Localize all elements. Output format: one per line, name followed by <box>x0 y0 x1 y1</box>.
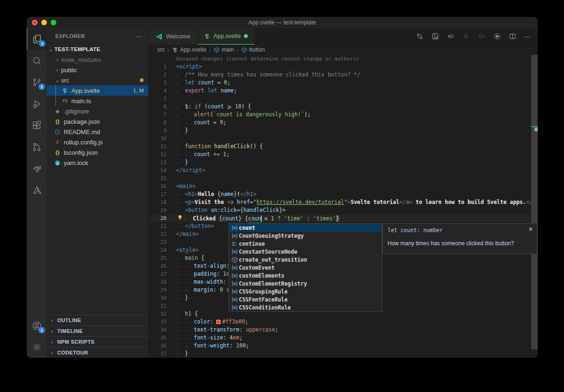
code-line-3[interactable]: 3→let count = 0; <box>149 79 538 87</box>
tree-item-public[interactable]: ›public <box>47 65 148 75</box>
tree-item-rollup-config-js[interactable]: rrollup.config.js <box>47 137 148 147</box>
breadcrumb-item-app-svelte[interactable]: App.svelte <box>172 46 206 53</box>
code-line-8[interactable]: 8→→count = 9; <box>149 119 538 127</box>
suggest-item-count[interactable]: count <box>229 224 382 232</box>
run-file-icon[interactable] <box>493 32 501 40</box>
code-line-7[interactable]: 7→→alert(`count is dangerously high!`); <box>149 111 538 119</box>
section-timeline[interactable]: ›TIMELINE <box>47 325 148 336</box>
suggest-item-cssconditionrule[interactable]: CSSConditionRule <box>229 303 382 311</box>
tree-item-node-modules[interactable]: ›node_modules <box>47 54 148 65</box>
nav-forward-icon[interactable] <box>478 32 486 40</box>
suggest-item-customevent[interactable]: CustomEvent <box>229 264 382 271</box>
search-icon[interactable] <box>27 50 47 71</box>
code-line-12[interactable]: 12→→count += 1; <box>149 151 538 158</box>
symbol-variable-icon <box>230 233 239 239</box>
more-actions-icon[interactable]: ⋯ <box>136 32 143 40</box>
activity-bar: 111 <box>27 28 47 358</box>
ts-file-icon: TS <box>61 98 69 103</box>
suggest-item-constantsourcenode[interactable]: ConstantSourceNode <box>229 248 382 256</box>
source-control-icon[interactable]: 1 <box>27 71 47 93</box>
lightbulb-icon[interactable] <box>176 214 184 223</box>
code-line-34[interactable]: 34→→text-transform: uppercase; <box>149 326 538 334</box>
section-npm-scripts[interactable]: ›NPM SCRIPTS <box>47 336 148 347</box>
code-editor[interactable]: Unsaved changes (cannot determine recent… <box>149 55 538 358</box>
run-debug-icon[interactable] <box>27 93 47 114</box>
split-editor-icon[interactable] <box>509 32 517 40</box>
section-outline[interactable]: ›OUTLINE <box>47 315 148 325</box>
symbol-variable-icon <box>230 272 239 279</box>
code-line-1[interactable]: 1<script> <box>149 63 538 71</box>
code-line-16[interactable]: 16<main> <box>149 182 538 190</box>
code-line-36[interactable]: 36→→font-weight: 100; <box>149 342 538 350</box>
symbol-variable-icon <box>230 249 239 255</box>
editor-scrollbar[interactable] <box>531 55 538 349</box>
close-icon[interactable]: ✕ <box>528 226 533 233</box>
extensions-icon[interactable] <box>27 114 47 136</box>
line-number: 21 <box>149 222 167 230</box>
line-number: 30 <box>149 294 167 302</box>
tree-item--gitignore[interactable]: ◈.gitignore <box>47 106 148 116</box>
gitlens-annotation: Unsaved changes (cannot determine recent… <box>149 55 538 63</box>
suggest-item-countqueuingstrategy[interactable]: CountQueuingStrategy <box>229 232 382 240</box>
code-line-19[interactable]: 19→<button on:click={handleClick}> <box>149 206 538 214</box>
section-codetour[interactable]: ›CODETOUR <box>47 347 148 358</box>
code-line-5[interactable]: 5 <box>149 95 538 103</box>
code-line-35[interactable]: 35→→font-size: 4em; <box>149 334 538 342</box>
code-line-14[interactable]: 14</script> <box>149 166 538 174</box>
breadcrumb-item-main[interactable]: main <box>213 46 234 53</box>
code-line-37[interactable]: 37→} <box>149 350 538 358</box>
settings-gear-icon[interactable] <box>27 336 47 358</box>
live-share-icon[interactable] <box>27 158 47 179</box>
more-actions-icon[interactable]: ⋯ <box>524 33 531 40</box>
compare-changes-icon[interactable] <box>416 32 424 40</box>
suggest-item-cssgroupingrule[interactable]: CSSGroupingRule <box>229 287 382 295</box>
suggest-item-create_out_transition[interactable]: create_out_transition <box>229 256 382 264</box>
code-line-33[interactable]: 33→→color: #ff3e00; <box>149 318 538 326</box>
github-pr-icon[interactable] <box>27 136 47 158</box>
nav-back-icon[interactable] <box>447 32 455 40</box>
tab-app-svelte[interactable]: App.svelte <box>198 28 255 45</box>
tree-item-yarn-lock[interactable]: yyarn.lock <box>47 158 148 168</box>
code-line-2[interactable]: 2→/** How many times has someone clicked… <box>149 71 538 79</box>
suggest-docs-description: How many times has someone clicked this … <box>388 240 532 247</box>
line-number: 14 <box>149 166 167 174</box>
info-file-icon: i <box>53 129 61 135</box>
tab-welcome[interactable]: Welcome <box>149 28 198 45</box>
code-line-17[interactable]: 17→<h1>Hello {name}!</h1> <box>149 190 538 198</box>
suggest-item-customelements[interactable]: customElements <box>229 271 382 279</box>
code-line-11[interactable]: 11→function handleClick() { <box>149 143 538 151</box>
code-line-6[interactable]: 6→$: if (count ⩾ 10) { <box>149 103 538 111</box>
breadcrumb-item-src[interactable]: src <box>157 46 165 53</box>
tree-item-app-svelte[interactable]: App.svelte1, M <box>47 85 148 96</box>
code-line-18[interactable]: 18→<p>Visit the <a href="https://svelte.… <box>149 198 538 206</box>
symbol-variable-icon <box>230 288 239 295</box>
code-line-20[interactable]: 20→Clicked {count} {coun ≡ 1 ? 'time' : … <box>149 214 538 222</box>
line-number: 5 <box>149 95 167 103</box>
chevron-right-icon: › <box>47 350 57 355</box>
nav-current-icon[interactable] <box>462 32 470 40</box>
code-line-15[interactable]: 15 <box>149 174 538 182</box>
open-changes-icon[interactable] <box>431 32 439 40</box>
line-number: 25 <box>149 254 167 262</box>
line-number: 29 <box>149 286 167 294</box>
code-line-13[interactable]: 13→} <box>149 158 538 166</box>
tree-item-tsconfig-json[interactable]: {}tsconfig.json <box>47 147 148 158</box>
tree-item-package-json[interactable]: {}package.json <box>47 116 148 127</box>
breadcrumb-item-button[interactable]: button <box>241 46 265 53</box>
suggest-item-continue[interactable]: continue <box>229 240 382 248</box>
suggest-item-cssfontfacerule[interactable]: CSSFontFaceRule <box>229 295 382 303</box>
suggest-item-customelementregistry[interactable]: CustomElementRegistry <box>229 279 382 287</box>
symbol-keyword-icon <box>230 241 239 247</box>
line-number: 26 <box>149 262 167 270</box>
tree-item-src[interactable]: ⌄src <box>47 75 148 85</box>
tree-root-test-template[interactable]: ⌄TEST-TEMPLATE <box>47 44 148 54</box>
tree-item-main-ts[interactable]: TSmain.ts <box>47 96 148 106</box>
tree-item-readme-md[interactable]: iREADME.md <box>47 127 148 137</box>
explorer-icon[interactable]: 1 <box>27 28 47 50</box>
code-line-4[interactable]: 4→export let name; <box>149 87 538 95</box>
azure-icon[interactable] <box>27 179 47 201</box>
code-line-9[interactable]: 9→} <box>149 127 538 135</box>
account-icon[interactable]: 1 <box>27 315 47 336</box>
window-title: App.svelte — test-template <box>27 19 538 26</box>
code-line-10[interactable]: 10 <box>149 135 538 143</box>
